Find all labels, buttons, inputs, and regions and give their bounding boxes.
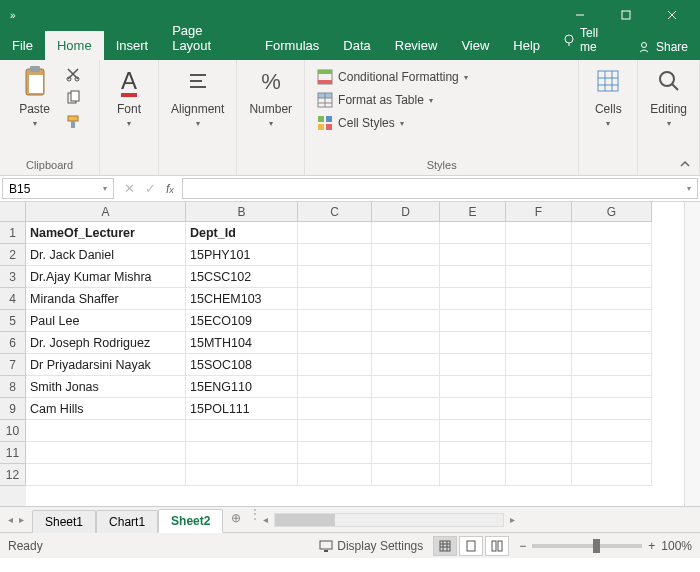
cell[interactable] [372,310,440,332]
cell[interactable] [372,266,440,288]
format-painter-button[interactable] [62,111,84,133]
cell[interactable] [506,266,572,288]
chevron-down-icon[interactable]: ▾ [99,184,107,193]
cell[interactable] [572,266,652,288]
cell[interactable] [506,310,572,332]
sheet-nav-next[interactable]: ▸ [17,512,26,527]
cell[interactable] [506,222,572,244]
name-box[interactable]: ▾ [2,178,114,199]
sheet-tab[interactable]: Sheet2 [158,509,223,533]
cell[interactable] [506,464,572,486]
copy-button[interactable] [62,87,84,109]
cells-button[interactable]: Cells ▾ [585,63,631,130]
cell[interactable] [440,464,506,486]
cell[interactable] [440,354,506,376]
cell[interactable] [186,420,298,442]
cell[interactable]: 15PHY101 [186,244,298,266]
row-header[interactable]: 12 [0,464,26,486]
column-header[interactable]: B [186,202,298,222]
cell[interactable] [506,442,572,464]
cell[interactable]: Dr.Ajay Kumar Mishra [26,266,186,288]
cell[interactable] [298,332,372,354]
cell[interactable] [298,442,372,464]
cell-styles-button[interactable]: Cell Styles ▾ [313,113,570,133]
view-layout-button[interactable] [459,536,483,556]
cell[interactable] [506,288,572,310]
tab-data[interactable]: Data [331,31,382,60]
cell[interactable] [572,354,652,376]
cell[interactable] [372,398,440,420]
cell[interactable] [506,398,572,420]
cell[interactable] [506,244,572,266]
cell[interactable] [372,442,440,464]
zoom-in-button[interactable]: + [648,539,655,553]
view-normal-button[interactable] [433,536,457,556]
paste-button[interactable]: Paste ▾ [12,63,58,130]
autosave-icon[interactable]: » [10,10,16,21]
cell[interactable] [298,266,372,288]
cell[interactable] [298,398,372,420]
cell[interactable] [440,310,506,332]
cell[interactable]: 15SOC108 [186,354,298,376]
cell[interactable] [572,420,652,442]
tell-me[interactable]: Tell me [552,20,625,60]
format-as-table-button[interactable]: Format as Table ▾ [313,90,570,110]
cell[interactable] [440,376,506,398]
cell[interactable] [440,398,506,420]
cell[interactable] [298,376,372,398]
cell[interactable] [572,376,652,398]
tab-review[interactable]: Review [383,31,450,60]
cell[interactable] [186,464,298,486]
cell[interactable] [298,354,372,376]
hscroll-right[interactable]: ▸ [508,512,517,527]
row-header[interactable]: 2 [0,244,26,266]
cell[interactable]: Dr. Jack Daniel [26,244,186,266]
cell[interactable]: 15CSC102 [186,266,298,288]
tab-formulas[interactable]: Formulas [253,31,331,60]
zoom-out-button[interactable]: − [519,539,526,553]
cell[interactable] [440,266,506,288]
column-header[interactable]: D [372,202,440,222]
formula-input[interactable] [189,182,687,196]
number-button[interactable]: % Number ▾ [243,63,298,130]
row-header[interactable]: 7 [0,354,26,376]
row-header[interactable]: 5 [0,310,26,332]
tab-pagelayout[interactable]: Page Layout [160,16,253,60]
sheet-tab[interactable]: Chart1 [96,510,158,533]
cell[interactable] [506,332,572,354]
column-header[interactable]: A [26,202,186,222]
cell[interactable] [440,442,506,464]
cell[interactable]: NameOf_Lecturer [26,222,186,244]
cell[interactable] [440,288,506,310]
cell[interactable] [298,310,372,332]
view-pagebreak-button[interactable] [485,536,509,556]
column-header[interactable]: F [506,202,572,222]
cell[interactable] [572,310,652,332]
cell[interactable] [440,420,506,442]
sheet-tab[interactable]: Sheet1 [32,510,96,533]
share-button[interactable]: Share [625,34,700,60]
row-header[interactable]: 4 [0,288,26,310]
collapse-ribbon-button[interactable] [678,157,692,171]
cell[interactable] [440,332,506,354]
font-button[interactable]: A Font ▾ [106,63,152,130]
cell[interactable] [572,222,652,244]
row-header[interactable]: 9 [0,398,26,420]
vertical-scrollbar[interactable] [684,202,700,506]
cell[interactable] [298,244,372,266]
cell[interactable] [298,420,372,442]
tab-file[interactable]: File [0,31,45,60]
cell[interactable] [506,354,572,376]
select-all-corner[interactable] [0,202,26,222]
cell[interactable] [572,244,652,266]
cell[interactable]: Paul Lee [26,310,186,332]
tab-view[interactable]: View [449,31,501,60]
cell[interactable] [372,354,440,376]
tab-insert[interactable]: Insert [104,31,161,60]
row-header[interactable]: 11 [0,442,26,464]
grid-body[interactable]: NameOf_LecturerDept_IdDr. Jack Daniel15P… [26,222,684,486]
hscroll-left[interactable]: ◂ [261,512,270,527]
display-settings-button[interactable]: Display Settings [319,539,423,553]
cancel-formula-icon[interactable]: ✕ [124,181,135,196]
horizontal-scrollbar[interactable] [274,513,504,527]
